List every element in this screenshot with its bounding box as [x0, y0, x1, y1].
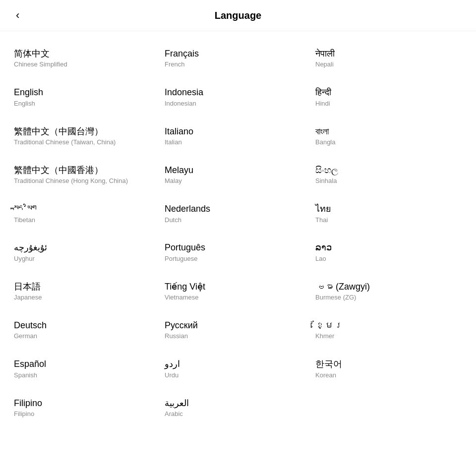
language-name: 日本語 — [14, 281, 159, 293]
language-name: Italiano — [165, 126, 309, 137]
language-subtitle: Indonesian — [165, 100, 309, 108]
language-subtitle: Traditional Chinese (Taiwan, China) — [14, 138, 159, 147]
language-name: 繁體中文（中國香港） — [14, 165, 159, 176]
language-name: Español — [14, 358, 159, 370]
list-item[interactable]: ไทยThai — [313, 194, 464, 233]
language-subtitle: Urdu — [165, 371, 309, 380]
language-subtitle: Spanish — [14, 371, 159, 380]
language-subtitle: Arabic — [165, 410, 309, 418]
language-name: සිංහල — [315, 165, 460, 176]
language-name: Tiếng Việt — [165, 281, 309, 293]
language-subtitle: English — [14, 100, 159, 108]
list-item[interactable]: 繁體中文（中國台灣）Traditional Chinese (Taiwan, C… — [12, 117, 163, 156]
list-item[interactable]: हिन्दीHindi — [313, 78, 464, 117]
language-name: 简体中文 — [14, 48, 159, 60]
language-name: ไทย — [315, 203, 460, 215]
language-subtitle: Nepali — [315, 60, 460, 69]
language-subtitle: Portuguese — [165, 255, 309, 263]
list-item[interactable]: РусскийRussian — [163, 311, 313, 350]
language-name: English — [14, 87, 159, 98]
page-title: Language — [215, 10, 261, 21]
list-item[interactable]: DeutschGerman — [12, 311, 163, 350]
language-subtitle: Burmese (ZG) — [315, 294, 460, 302]
language-subtitle: French — [165, 60, 309, 69]
language-subtitle: Russian — [165, 332, 309, 341]
list-item[interactable]: ئۇيغۇرچەUyghur — [12, 233, 163, 272]
language-subtitle: Chinese Simplified — [14, 60, 159, 69]
language-column: FrançaisFrenchIndonesiaIndonesianItalian… — [163, 39, 313, 427]
list-item[interactable]: ItalianoItalian — [163, 117, 313, 156]
list-item[interactable]: नेपालीNepali — [313, 39, 464, 78]
language-name: སྐད་ཡིག — [14, 203, 159, 215]
language-list: 简体中文Chinese SimplifiedEnglishEnglish繁體中文… — [0, 35, 476, 431]
language-subtitle: German — [14, 332, 159, 341]
list-item[interactable]: FrançaisFrench — [163, 39, 313, 78]
language-name: 한국어 — [315, 358, 460, 370]
list-item[interactable]: NederlandsDutch — [163, 194, 313, 233]
language-subtitle: Uyghur — [14, 255, 159, 263]
list-item[interactable]: PortuguêsPortuguese — [163, 233, 313, 272]
list-item[interactable]: སྐད་ཡིགTibetan — [12, 194, 163, 233]
list-item[interactable]: EspañolSpanish — [12, 350, 163, 388]
list-item[interactable]: ဗမာ (Zawgyi)Burmese (ZG) — [313, 272, 464, 311]
list-item[interactable]: 繁體中文（中國香港）Traditional Chinese (Hong Kong… — [12, 156, 163, 194]
language-column: नेपालीNepaliहिन्दीHindiবাংলাBanglaසිංහලS… — [313, 39, 464, 427]
list-item[interactable]: IndonesiaIndonesian — [163, 78, 313, 117]
language-subtitle: Japanese — [14, 294, 159, 302]
language-name: नेपाली — [315, 48, 460, 60]
language-subtitle: Thai — [315, 216, 460, 225]
language-name: Melayu — [165, 165, 309, 176]
language-name: ລາວ — [315, 242, 460, 253]
language-name: اردو — [165, 358, 309, 370]
list-item[interactable]: EnglishEnglish — [12, 78, 163, 117]
language-subtitle: Italian — [165, 138, 309, 147]
list-item[interactable]: اردوUrdu — [163, 350, 313, 388]
list-item[interactable]: বাংলাBangla — [313, 117, 464, 156]
list-item[interactable]: 한국어Korean — [313, 350, 464, 388]
language-name: 繁體中文（中國台灣） — [14, 126, 159, 137]
language-name: Português — [165, 242, 309, 253]
list-item[interactable]: 日本語Japanese — [12, 272, 163, 311]
list-item[interactable]: ລາວLao — [313, 233, 464, 272]
language-subtitle: Bangla — [315, 138, 460, 147]
list-item[interactable]: ខ្មែរKhmer — [313, 311, 464, 350]
language-name: ខ្មែរ — [315, 320, 460, 331]
language-name: العربية — [165, 398, 309, 409]
list-item[interactable]: 简体中文Chinese Simplified — [12, 39, 163, 78]
list-item[interactable]: FilipinoFilipino — [12, 389, 163, 427]
language-subtitle: Korean — [315, 371, 460, 380]
list-item[interactable]: العربيةArabic — [163, 389, 313, 427]
language-column: 简体中文Chinese SimplifiedEnglishEnglish繁體中文… — [12, 39, 163, 427]
language-name: ဗမာ (Zawgyi) — [315, 281, 460, 293]
header: ‹ Language — [0, 0, 476, 31]
list-item[interactable]: Tiếng ViệtVietnamese — [163, 272, 313, 311]
language-subtitle: Traditional Chinese (Hong Kong, China) — [14, 177, 159, 185]
language-subtitle: Khmer — [315, 332, 460, 341]
language-name: ئۇيغۇرچە — [14, 242, 159, 253]
back-button[interactable]: ‹ — [12, 8, 23, 23]
language-subtitle: Tibetan — [14, 216, 159, 225]
language-name: Русский — [165, 320, 309, 331]
language-name: বাংলা — [315, 126, 460, 137]
language-name: Français — [165, 48, 309, 60]
language-subtitle: Sinhala — [315, 177, 460, 185]
language-subtitle: Lao — [315, 255, 460, 263]
language-subtitle: Hindi — [315, 100, 460, 108]
list-item[interactable]: MelayuMalay — [163, 156, 313, 194]
language-name: Indonesia — [165, 87, 309, 98]
language-subtitle: Vietnamese — [165, 294, 309, 302]
language-name: Filipino — [14, 398, 159, 409]
language-name: Deutsch — [14, 320, 159, 331]
list-item[interactable]: සිංහලSinhala — [313, 156, 464, 194]
language-name: Nederlands — [165, 203, 309, 215]
language-subtitle: Dutch — [165, 216, 309, 225]
language-name: हिन्दी — [315, 87, 460, 98]
language-subtitle: Malay — [165, 177, 309, 185]
language-subtitle: Filipino — [14, 410, 159, 418]
